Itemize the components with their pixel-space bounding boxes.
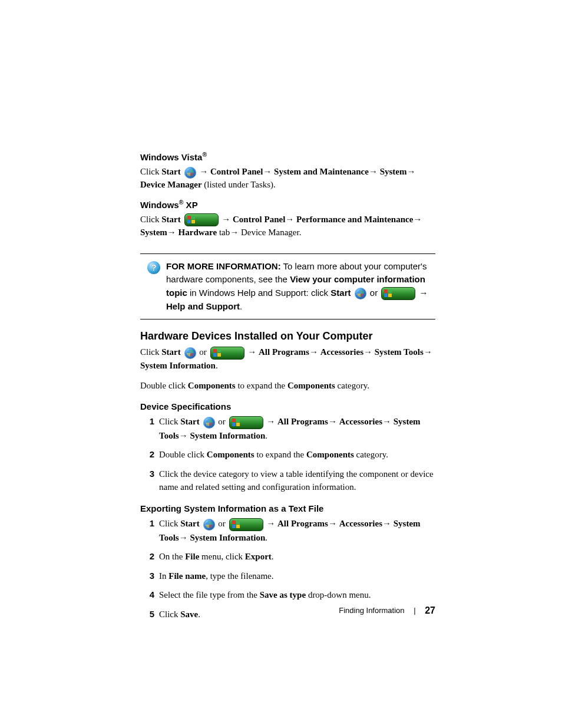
path: System Information <box>190 533 265 542</box>
path: Device Manager <box>241 228 299 237</box>
text: . <box>299 228 302 237</box>
heading-device-specifications: Device Specifications <box>140 401 435 411</box>
document-page: Windows Vista® Click Start Control Panel… <box>0 0 562 728</box>
path: Device Manager <box>140 180 202 189</box>
vista-start-orb-icon <box>184 167 196 179</box>
for-more-information-box: FOR MORE INFORMATION: To learn more abou… <box>140 253 435 320</box>
path: System Information <box>140 361 216 370</box>
text: to expand the <box>236 381 287 390</box>
xp-instruction: Click Start Control Panel Performance an… <box>140 213 435 239</box>
path: All Programs <box>277 519 328 528</box>
text: . <box>265 431 267 440</box>
path: System Tools <box>375 347 424 357</box>
components: Components <box>207 450 254 459</box>
arrow-icon <box>266 417 275 426</box>
step-number: 2 <box>140 448 154 462</box>
text: On the <box>159 552 185 561</box>
arrow-icon <box>167 228 176 237</box>
path: Performance and Maintenance <box>296 215 413 224</box>
arrow-icon <box>406 167 415 176</box>
heading-xp-text-post: XP <box>183 200 197 210</box>
arrow-icon <box>199 167 208 176</box>
arrow-icon <box>266 519 275 528</box>
hw-instruction-2: Double click Components to expand the Co… <box>140 380 435 393</box>
help-and-support: Help and Support <box>166 301 240 311</box>
xp-start-button-icon <box>229 518 263 531</box>
start-label: Start <box>161 347 181 357</box>
list-item: 2 On the File menu, click Export. <box>159 550 435 564</box>
path: Hardware <box>178 228 217 237</box>
device-spec-steps: 1 Click Start or All Programs Accessorie… <box>140 415 435 494</box>
list-item: 1 Click Start or All Programs Accessorie… <box>159 517 435 544</box>
text: . <box>265 533 267 542</box>
xp-start-button-icon <box>381 287 415 300</box>
step-number: 1 <box>140 517 154 531</box>
text: tab <box>217 228 230 237</box>
components: Components <box>188 381 236 390</box>
arrow-icon <box>230 228 239 237</box>
text: (listed under Tasks). <box>202 180 276 189</box>
arrow-icon <box>382 519 391 528</box>
step-number: 3 <box>140 467 154 481</box>
step-number: 4 <box>140 588 154 602</box>
text: . <box>198 610 200 619</box>
arrow-icon <box>369 167 378 176</box>
text: Click the device category to view a tabl… <box>159 469 434 492</box>
list-item: 2 Double click Components to expand the … <box>159 448 435 462</box>
arrow-icon <box>309 347 318 357</box>
heading-windows-xp: Windows® XP <box>140 200 435 210</box>
step-number: 2 <box>140 550 154 564</box>
start-label: Start <box>161 215 181 224</box>
arrow-icon <box>419 288 428 298</box>
xp-start-button-icon <box>229 416 263 429</box>
path: All Programs <box>277 417 328 426</box>
arrow-icon <box>263 167 272 176</box>
path: Accessories <box>339 519 382 528</box>
start-label: Start <box>161 167 181 176</box>
page-number: 27 <box>425 605 435 615</box>
info-text: FOR MORE INFORMATION: To learn more abou… <box>166 260 428 314</box>
step-number: 1 <box>140 415 154 429</box>
text: . <box>216 361 218 370</box>
text: or <box>216 417 228 426</box>
vista-start-orb-icon <box>184 347 196 359</box>
text: or <box>368 288 381 298</box>
path: Accessories <box>320 347 363 357</box>
text: Double click <box>159 450 207 459</box>
path: All Programs <box>259 347 309 357</box>
heading-xp-text-pre: Windows <box>140 200 179 210</box>
save-action: Save <box>180 610 198 619</box>
path: System <box>140 228 167 237</box>
text: Click <box>159 610 180 619</box>
text: menu, click <box>199 552 244 561</box>
start-label: Start <box>330 288 351 298</box>
text: category. <box>354 450 388 459</box>
text: In <box>159 571 168 581</box>
heading-vista-text: Windows Vista <box>140 152 202 162</box>
components: Components <box>287 381 335 390</box>
vista-start-orb-icon <box>203 519 215 531</box>
text: or <box>197 347 209 357</box>
arrow-icon <box>247 347 256 357</box>
step-number: 3 <box>140 569 154 583</box>
text: or <box>216 519 228 528</box>
save-as-type: Save as type <box>260 590 306 599</box>
arrow-icon <box>413 215 422 224</box>
arrow-icon <box>222 215 230 224</box>
arrow-icon <box>382 417 391 426</box>
text: to expand the <box>254 450 306 459</box>
list-item: 3 In File name, type the filename. <box>159 569 435 583</box>
arrow-icon <box>363 347 372 357</box>
info-lead: FOR MORE INFORMATION: <box>166 261 281 271</box>
vista-instruction: Click Start Control Panel System and Mai… <box>140 166 435 192</box>
text: Click <box>159 417 180 426</box>
text: Select the file type from the <box>159 590 260 599</box>
list-item: 4 Select the file type from the Save as … <box>159 588 435 602</box>
heading-hardware-devices: Hardware Devices Installed on Your Compu… <box>140 330 435 342</box>
text: . <box>272 552 274 561</box>
heading-windows-vista: Windows Vista® <box>140 152 435 162</box>
arrow-icon <box>179 533 188 542</box>
heading-exporting-sysinfo: Exporting System Information as a Text F… <box>140 503 435 513</box>
list-item: 1 Click Start or All Programs Accessorie… <box>159 415 435 442</box>
footer-section-label: Finding Information <box>339 606 404 615</box>
